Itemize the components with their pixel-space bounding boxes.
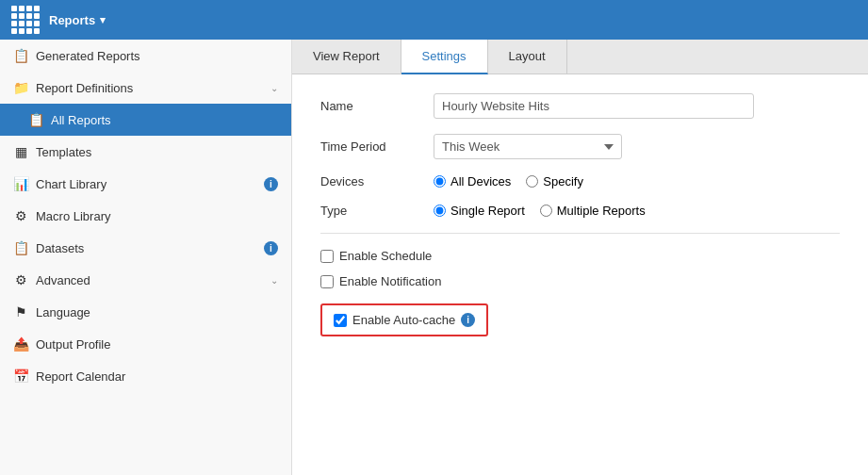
type-radio-group: Single Report Multiple Reports	[434, 204, 840, 218]
output-profile-icon: 📤	[13, 336, 28, 352]
autocache-info-icon[interactable]: i	[461, 313, 475, 327]
type-single-label[interactable]: Single Report	[434, 204, 525, 218]
devices-radio-group: All Devices Specify	[434, 174, 840, 188]
type-options: Single Report Multiple Reports	[434, 204, 840, 218]
settings-form: Name Time Period This Week Last Week Thi…	[292, 74, 868, 475]
devices-specify-text: Specify	[543, 174, 583, 188]
sidebar-item-all-reports[interactable]: 📋 All Reports	[0, 104, 291, 136]
tab-settings[interactable]: Settings	[401, 40, 488, 74]
main-layout: 📋 Generated Reports 📁 Report Definitions…	[0, 40, 868, 475]
topbar-chevron-icon: ▾	[100, 14, 106, 26]
sidebar-item-report-definitions[interactable]: 📁 Report Definitions ⌄	[0, 72, 291, 104]
report-calendar-icon: 📅	[13, 369, 28, 384]
devices-row: Devices All Devices Specify	[320, 174, 840, 188]
topbar-title-text: Reports	[49, 13, 95, 27]
sidebar-item-language[interactable]: ⚑ Language	[0, 296, 291, 328]
sidebar-label-generated-reports: Generated Reports	[36, 49, 278, 63]
advanced-icon: ⚙	[13, 272, 28, 287]
devices-all-label[interactable]: All Devices	[434, 174, 511, 188]
type-single-radio[interactable]	[434, 205, 446, 217]
devices-specify-radio[interactable]	[526, 175, 538, 188]
sidebar-label-report-definitions: Report Definitions	[36, 81, 263, 95]
sidebar-label-advanced: Advanced	[36, 273, 263, 287]
type-multiple-radio[interactable]	[540, 205, 552, 217]
sidebar-label-chart-library: Chart Library	[36, 177, 256, 191]
name-label: Name	[320, 99, 415, 113]
report-definitions-icon: 📁	[13, 80, 28, 95]
topbar: Reports ▾	[0, 0, 868, 40]
macro-library-icon: ⚙	[13, 208, 28, 223]
language-icon: ⚑	[13, 304, 28, 319]
type-multiple-text: Multiple Reports	[557, 204, 646, 218]
enable-notification-checkbox[interactable]	[320, 275, 334, 288]
datasets-info-icon[interactable]: i	[264, 241, 278, 255]
topbar-title[interactable]: Reports ▾	[49, 13, 106, 27]
generated-reports-icon: 📋	[13, 48, 28, 63]
enable-autocache-text: Enable Auto-cache	[352, 313, 455, 327]
devices-options: All Devices Specify	[434, 174, 840, 188]
time-period-value: This Week Last Week This Month Last Mont…	[434, 134, 840, 159]
tab-view-report[interactable]: View Report	[292, 40, 401, 74]
type-multiple-label[interactable]: Multiple Reports	[540, 204, 646, 218]
name-input[interactable]	[434, 93, 754, 119]
devices-specify-label[interactable]: Specify	[526, 174, 583, 188]
datasets-icon: 📋	[13, 240, 28, 255]
sidebar-label-language: Language	[36, 305, 278, 319]
sidebar-item-generated-reports[interactable]: 📋 Generated Reports	[0, 40, 291, 72]
enable-notification-row: Enable Notification	[320, 274, 840, 288]
type-row: Type Single Report Multiple Reports	[320, 204, 840, 218]
enable-autocache-label[interactable]: Enable Auto-cache	[334, 313, 455, 327]
enable-autocache-checkbox[interactable]	[334, 314, 347, 327]
enable-notification-text: Enable Notification	[339, 274, 441, 288]
templates-icon: ▦	[13, 144, 28, 159]
sidebar-item-templates[interactable]: ▦ Templates	[0, 136, 291, 168]
tab-layout[interactable]: Layout	[488, 40, 567, 74]
chart-library-info-icon[interactable]: i	[264, 177, 278, 191]
enable-schedule-row: Enable Schedule	[320, 249, 840, 263]
sidebar-label-datasets: Datasets	[36, 241, 256, 255]
devices-all-radio[interactable]	[434, 175, 446, 188]
sidebar-label-templates: Templates	[36, 145, 278, 159]
all-reports-icon: 📋	[28, 112, 43, 127]
main-content: View Report Settings Layout Name Time Pe…	[292, 40, 868, 475]
name-row: Name	[320, 93, 840, 119]
sidebar-item-advanced[interactable]: ⚙ Advanced ⌄	[0, 264, 291, 296]
sidebar-item-datasets[interactable]: 📋 Datasets i	[0, 232, 291, 264]
enable-schedule-checkbox[interactable]	[320, 250, 334, 263]
time-period-label: Time Period	[320, 139, 415, 154]
sidebar-item-macro-library[interactable]: ⚙ Macro Library	[0, 200, 291, 232]
sidebar-item-output-profile[interactable]: 📤 Output Profile	[0, 328, 291, 360]
time-period-row: Time Period This Week Last Week This Mon…	[320, 134, 840, 159]
app-grid-icon[interactable]	[11, 6, 40, 34]
sidebar-label-all-reports: All Reports	[51, 113, 278, 127]
enable-autocache-box: Enable Auto-cache i	[320, 303, 488, 336]
time-period-select[interactable]: This Week Last Week This Month Last Mont…	[434, 134, 622, 159]
enable-notification-label[interactable]: Enable Notification	[320, 274, 441, 288]
enable-schedule-label[interactable]: Enable Schedule	[320, 249, 432, 263]
devices-label: Devices	[320, 174, 415, 188]
name-value	[434, 93, 840, 119]
type-label: Type	[320, 204, 415, 218]
sidebar-label-report-calendar: Report Calendar	[36, 369, 278, 384]
chart-library-icon: 📊	[13, 176, 28, 191]
advanced-chevron-icon: ⌄	[270, 275, 278, 286]
type-single-text: Single Report	[450, 204, 525, 218]
form-divider	[320, 233, 840, 234]
sidebar-label-output-profile: Output Profile	[36, 337, 278, 352]
chevron-down-icon: ⌄	[270, 83, 278, 93]
enable-schedule-text: Enable Schedule	[339, 249, 432, 263]
sidebar-label-macro-library: Macro Library	[36, 209, 278, 223]
devices-all-text: All Devices	[450, 174, 511, 188]
sidebar: 📋 Generated Reports 📁 Report Definitions…	[0, 40, 292, 475]
sidebar-item-chart-library[interactable]: 📊 Chart Library i	[0, 168, 291, 200]
sidebar-item-report-calendar[interactable]: 📅 Report Calendar	[0, 360, 291, 392]
tabs-bar: View Report Settings Layout	[292, 40, 868, 74]
